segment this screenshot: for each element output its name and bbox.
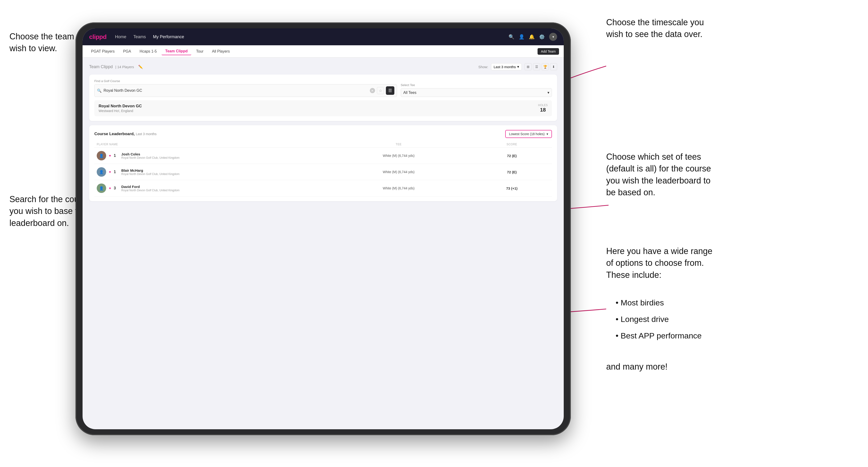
- nav-home[interactable]: Home: [115, 34, 126, 39]
- course-search-input[interactable]: [103, 88, 368, 93]
- leaderboard-table: PLAYER NAME TEE SCORE 👤 ♥ 1 Josh: [94, 141, 552, 196]
- favorite-button[interactable]: ☆: [377, 87, 384, 94]
- confirm-button[interactable]: ☰: [386, 86, 394, 95]
- navbar: clippd Home Teams My Performance 🔍 👤 🔔 ⚙…: [83, 28, 564, 45]
- tee-cell: White (M) (6,744 yds): [323, 186, 474, 190]
- app-logo: clippd: [89, 33, 106, 40]
- navbar-nav: Home Teams My Performance: [115, 34, 508, 39]
- search-row: Find a Golf Course 🔍 ✕ ☆ ☰ Select Tee: [94, 79, 552, 97]
- bell-icon[interactable]: 🔔: [529, 34, 535, 40]
- trophy-view-btn[interactable]: 🏆: [541, 63, 549, 70]
- player-club: Royal North Devon Golf Club, United King…: [121, 189, 323, 192]
- heart-icon[interactable]: ♥: [109, 154, 111, 158]
- add-team-button[interactable]: Add Team: [537, 48, 559, 55]
- annotation-options: Here you have a wide range of options to…: [606, 245, 719, 281]
- score-cell: 72 (E): [474, 170, 550, 174]
- tab-pgat-players[interactable]: PGAT Players: [87, 48, 118, 55]
- nav-my-performance[interactable]: My Performance: [153, 34, 184, 39]
- content-area: Team Clippd | 14 Players ✏️ Show: Last 3…: [83, 58, 564, 429]
- tablet-frame: clippd Home Teams My Performance 🔍 👤 🔔 ⚙…: [75, 22, 571, 435]
- leaderboard-title-area: Course Leaderboard, Last 3 months: [94, 132, 157, 136]
- table-header: PLAYER NAME TEE SCORE: [94, 141, 552, 148]
- course-search-group: Find a Golf Course 🔍 ✕ ☆ ☰: [94, 79, 397, 97]
- score-filter-button[interactable]: Lowest Score (18 holes) ▾: [505, 130, 552, 138]
- team-title: Team Clippd | 14 Players: [89, 64, 134, 69]
- player-club: Royal North Devon Golf Club, United King…: [121, 156, 323, 159]
- player-cell: 👤 ♥ 1 Josh Coles Royal North Devon Golf …: [97, 151, 323, 160]
- holes-label: Holes: [538, 103, 548, 107]
- chevron-down-icon: ▾: [547, 132, 548, 136]
- avatar[interactable]: ▾: [549, 33, 557, 41]
- annotation-bullet3: • Best APP performance: [616, 330, 702, 342]
- profile-icon[interactable]: 👤: [519, 34, 525, 40]
- table-row: 👤 ♥ 1 Blair McHarg Royal North Devon Gol…: [94, 164, 552, 180]
- tee-label: Select Tee: [401, 83, 552, 87]
- annotation-bullet2: • Longest drive: [616, 314, 669, 325]
- app-wrapper: clippd Home Teams My Performance 🔍 👤 🔔 ⚙…: [83, 28, 564, 429]
- holes-box: Holes 18: [538, 103, 548, 113]
- time-range-dropdown[interactable]: Last 3 months ▾: [491, 63, 522, 70]
- course-location: Westward Ho!, England: [99, 109, 142, 113]
- col-player-header: PLAYER NAME: [97, 143, 323, 146]
- settings-icon[interactable]: ⚙️: [539, 34, 545, 40]
- player-avatar: 👤: [97, 151, 106, 160]
- navbar-icons: 🔍 👤 🔔 ⚙️ ▾: [508, 33, 557, 41]
- player-avatar: 👤: [97, 184, 106, 193]
- player-cell: 👤 ♥ 3 David Ford Royal North Devon Golf …: [97, 184, 323, 193]
- col-tee-header: TEE: [323, 143, 474, 146]
- nav-teams[interactable]: Teams: [133, 34, 146, 39]
- tee-dropdown[interactable]: All Tees ▾: [401, 88, 552, 97]
- tab-hcaps[interactable]: Hcaps 1-5: [136, 48, 161, 55]
- player-info: David Ford Royal North Devon Golf Club, …: [121, 185, 323, 192]
- player-name: Blair McHarg: [121, 168, 323, 173]
- col-score-header: SCORE: [474, 143, 550, 146]
- table-row: 👤 ♥ 1 Josh Coles Royal North Devon Golf …: [94, 148, 552, 164]
- heart-icon[interactable]: ♥: [109, 186, 111, 190]
- course-search-card: Find a Golf Course 🔍 ✕ ☆ ☰ Select Tee: [89, 74, 557, 121]
- view-icons: ⊞ ☰ 🏆 ⬇: [525, 63, 557, 70]
- leaderboard-card: Course Leaderboard, Last 3 months Lowest…: [89, 125, 557, 201]
- rank-number: 1: [114, 154, 118, 158]
- tab-tour[interactable]: Tour: [192, 48, 207, 55]
- leaderboard-subtitle: Last 3 months: [136, 132, 157, 136]
- rank-number: 3: [114, 186, 118, 190]
- tee-cell: White (M) (6,744 yds): [323, 154, 474, 158]
- tab-team-clippd[interactable]: Team Clippd: [161, 48, 191, 55]
- course-info: Royal North Devon GC Westward Ho!, Engla…: [99, 104, 142, 113]
- find-label: Find a Golf Course: [94, 79, 397, 83]
- team-header: Team Clippd | 14 Players ✏️ Show: Last 3…: [89, 63, 557, 70]
- player-info: Blair McHarg Royal North Devon Golf Club…: [121, 168, 323, 176]
- tablet-screen: clippd Home Teams My Performance 🔍 👤 🔔 ⚙…: [83, 28, 564, 429]
- annotation-top-right: Choose the timescale you wish to see the…: [606, 17, 710, 40]
- search-icon[interactable]: 🔍: [508, 34, 515, 40]
- score-cell: 72 (E): [474, 154, 550, 158]
- tee-select-group: Select Tee All Tees ▾: [401, 83, 552, 97]
- score-cell: 73 (+1): [474, 186, 550, 190]
- tee-cell: White (M) (6,744 yds): [323, 170, 474, 174]
- search-icon: 🔍: [97, 88, 102, 93]
- edit-icon[interactable]: ✏️: [138, 65, 143, 69]
- player-cell: 👤 ♥ 1 Blair McHarg Royal North Devon Gol…: [97, 167, 323, 177]
- rank-number: 1: [114, 170, 118, 174]
- table-row: 👤 ♥ 3 David Ford Royal North Devon Golf …: [94, 180, 552, 196]
- heart-icon[interactable]: ♥: [109, 170, 111, 174]
- course-name: Royal North Devon GC: [99, 104, 142, 108]
- course-result: Royal North Devon GC Westward Ho!, Engla…: [94, 100, 552, 116]
- leaderboard-header: Course Leaderboard, Last 3 months Lowest…: [94, 130, 552, 138]
- player-name: Josh Coles: [121, 152, 323, 156]
- annotation-tees: Choose which set of tees (default is all…: [606, 151, 719, 198]
- list-view-btn[interactable]: ☰: [533, 63, 540, 70]
- grid-view-btn[interactable]: ⊞: [525, 63, 532, 70]
- download-btn[interactable]: ⬇: [550, 63, 557, 70]
- player-avatar: 👤: [97, 167, 106, 177]
- subnav: PGAT Players PGA Hcaps 1-5 Team Clippd T…: [83, 45, 564, 58]
- show-label: Show:: [478, 65, 488, 69]
- annotation-and-more: and many more!: [606, 361, 668, 373]
- leaderboard-title: Course Leaderboard, Last 3 months: [94, 132, 157, 136]
- tab-pga[interactable]: PGA: [119, 48, 135, 55]
- chevron-down-icon: ▾: [548, 90, 549, 95]
- annotation-bullet1: • Most birdies: [616, 297, 664, 309]
- player-name: David Ford: [121, 185, 323, 189]
- clear-button[interactable]: ✕: [370, 88, 375, 93]
- tab-all-players[interactable]: All Players: [208, 48, 234, 55]
